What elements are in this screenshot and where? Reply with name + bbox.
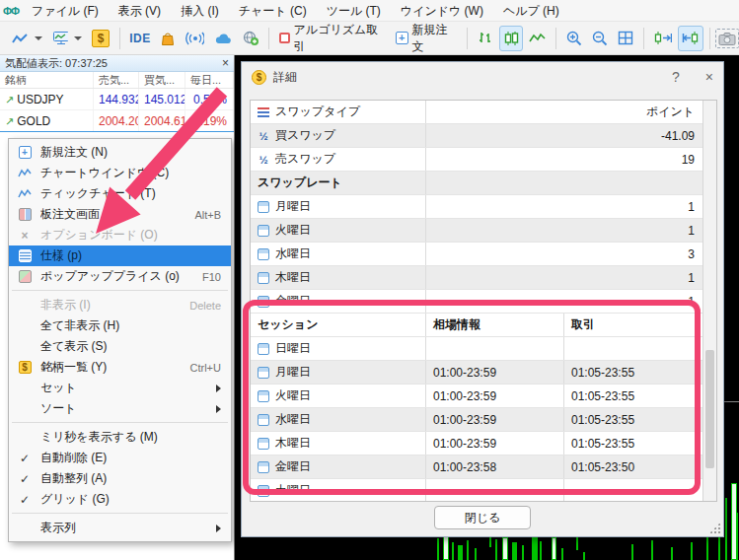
column-daily[interactable]: 毎日... [185, 72, 234, 88]
algo-trading-button[interactable]: アルゴリズム取引 [275, 26, 390, 51]
menubar-item[interactable]: 表示 (V) [109, 0, 171, 22]
line-chart-mode-button[interactable] [525, 26, 549, 51]
menu-item-label: ミリ秒を表示する (M) [40, 429, 221, 446]
session-trade-cell [564, 479, 716, 502]
session-row[interactable]: 木曜日01:00-23:5901:05-23:55 [251, 432, 716, 455]
menu-icon-cell [9, 168, 40, 178]
signals-button[interactable] [182, 26, 208, 51]
column-bid[interactable]: 売気... [94, 72, 139, 88]
menu-shortcut: Alt+B [194, 209, 221, 221]
menu-item[interactable]: セット [9, 378, 231, 398]
market-watch-row[interactable]: ↗GOLD2004.202004.611.19% [0, 110, 234, 132]
depth-of-market-icon [19, 208, 32, 221]
spec-row[interactable]: スワップレート [251, 172, 716, 195]
new-order-button[interactable]: + 新規注文 [392, 26, 461, 51]
spec-row[interactable]: 火曜日1 [251, 219, 716, 243]
menu-item[interactable]: 全て非表示 (H) [9, 315, 231, 336]
candlestick [502, 537, 508, 560]
scrollbar[interactable] [702, 101, 716, 501]
menu-item: ×オプションボード (O) [9, 225, 231, 245]
menu-item[interactable]: ✓自動整列 (A) [9, 468, 231, 489]
close-icon[interactable]: × [222, 58, 229, 69]
ask-cell: 2004.61 [139, 110, 185, 131]
menubar-item[interactable]: ツール (T) [317, 0, 391, 22]
menu-item-label: ポップアッププライス (o) [40, 268, 202, 285]
new-chart-button[interactable] [7, 26, 46, 51]
market-watch-button[interactable]: $ [88, 26, 112, 51]
menu-item[interactable]: ✓グリッド (G) [9, 489, 231, 510]
bar-chart-mode-button[interactable] [474, 26, 497, 51]
community-button[interactable] [238, 26, 262, 51]
menu-item[interactable]: チャートウインドウ (C) [9, 163, 231, 183]
bid-cell: 2004.20 [94, 110, 139, 131]
calendar-icon [258, 296, 269, 308]
menu-item[interactable]: 表示列 [9, 518, 231, 538]
specification-dialog: $ 詳細 ? × スワップタイプポイント½買スワップ-41.09½売スワップ19… [241, 61, 724, 537]
menubar-item[interactable]: ヘルプ (H) [493, 0, 569, 22]
candle-arrow-left-icon [682, 31, 700, 45]
toolbar-separator [119, 28, 120, 49]
zoom-in-button[interactable] [562, 26, 586, 51]
close-button[interactable]: 閉じる [434, 506, 531, 529]
column-symbol[interactable]: 銘柄 [0, 72, 94, 88]
market-store-button[interactable] [156, 26, 180, 51]
spec-label-cell: 金曜日 [251, 290, 426, 313]
spec-row[interactable]: ½売スワップ19 [251, 148, 716, 172]
spec-row[interactable]: スワップタイプポイント [251, 101, 716, 124]
close-icon[interactable]: × [705, 70, 713, 84]
symbol-cell: ↗USDJPY [0, 89, 94, 109]
cloud-button[interactable] [210, 26, 235, 51]
menu-item[interactable]: ソート [9, 398, 231, 419]
menu-item-label: 新規注文 (N) [40, 144, 221, 161]
zigzag-icon [529, 32, 545, 44]
profiles-button[interactable] [48, 26, 87, 51]
menu-item[interactable]: 仕様 (p) [9, 245, 231, 266]
session-row[interactable]: 月曜日01:00-23:5901:05-23:55 [251, 361, 716, 385]
dialog-title-bar[interactable]: $ 詳細 ? × [242, 62, 723, 92]
candlestick-mode-button[interactable] [499, 26, 523, 51]
market-watch-row[interactable]: ↗USDJPY144.932145.0120.56% [0, 89, 234, 110]
session-row[interactable]: 金曜日01:00-23:5801:05-23:50 [251, 455, 716, 479]
menu-item[interactable]: ミリ秒を表示する (M) [9, 427, 231, 448]
menubar-item[interactable]: チャート (C) [229, 0, 317, 22]
scrollbar-thumb[interactable] [705, 350, 714, 468]
menu-item[interactable]: ポップアッププライス (o)F10 [9, 266, 231, 287]
session-row[interactable]: 土曜日 [251, 479, 716, 502]
resize-grip-icon[interactable] [709, 523, 720, 533]
menubar-item[interactable]: 挿入 (I) [171, 0, 229, 22]
menu-item[interactable]: 板注文画面 (D)Alt+B [9, 204, 231, 225]
session-row[interactable]: 水曜日01:00-23:5901:05-23:55 [251, 408, 716, 432]
spec-row[interactable]: 水曜日3 [251, 243, 716, 266]
session-day-cell: 月曜日 [251, 361, 426, 384]
shift-end-button[interactable] [650, 26, 676, 51]
dollar-icon: $ [92, 30, 109, 47]
spec-row[interactable]: 木曜日1 [251, 266, 716, 290]
ide-button[interactable]: IDE [126, 26, 155, 51]
menu-icon-cell: ✓ [9, 452, 40, 465]
ide-label: IDE [129, 32, 151, 45]
menubar-item[interactable]: ウインドウ (W) [391, 0, 493, 22]
help-icon[interactable]: ? [672, 70, 680, 84]
auto-scroll-button[interactable] [678, 26, 703, 51]
menu-item[interactable]: +新規注文 (N) [9, 142, 231, 163]
menubar-item[interactable]: ファイル (F) [22, 0, 109, 22]
session-row[interactable]: 火曜日01:00-23:5901:05-23:55 [251, 385, 716, 408]
spec-row[interactable]: 金曜日1 [251, 290, 716, 314]
menu-item[interactable]: ティックチャート (T) [9, 183, 231, 204]
menu-icon-cell: + [9, 146, 40, 159]
spec-row[interactable]: 月曜日1 [251, 195, 716, 219]
tile-windows-button[interactable] [614, 26, 637, 51]
menu-item-label: 自動整列 (A) [40, 470, 221, 487]
column-ask[interactable]: 買気... [139, 72, 185, 88]
spec-row[interactable]: ½買スワップ-41.09 [251, 124, 716, 148]
menu-shortcut: Delete [189, 300, 221, 312]
session-row[interactable]: 日曜日 [251, 337, 716, 361]
menu-item[interactable]: $銘柄一覧 (Y)Ctrl+U [9, 357, 231, 378]
menu-item[interactable]: 全て表示 (S) [9, 336, 231, 357]
menu-icon-cell [9, 249, 40, 262]
screenshot-button[interactable] [715, 29, 739, 48]
menu-item[interactable]: ✓自動削除 (E) [9, 448, 231, 468]
option-board-icon: × [21, 229, 28, 243]
zoom-out-button[interactable] [588, 26, 612, 51]
metatrader-window: ΦΦ ファイル (F)表示 (V)挿入 (I)チャート (C)ツール (T)ウイ… [0, 0, 739, 560]
